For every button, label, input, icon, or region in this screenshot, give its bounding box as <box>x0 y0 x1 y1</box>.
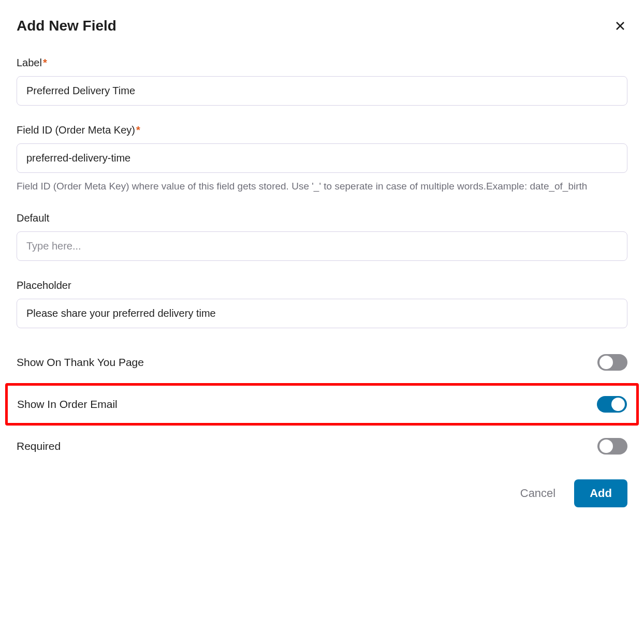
toggle-label-thank-you: Show On Thank You Page <box>17 356 144 369</box>
label-input[interactable] <box>17 76 627 106</box>
close-button[interactable] <box>613 19 627 33</box>
toggle-knob <box>599 440 613 453</box>
field-id-help: Field ID (Order Meta Key) where value of… <box>17 179 627 194</box>
add-button[interactable]: Add <box>574 479 627 507</box>
toggle-label-required: Required <box>17 440 61 452</box>
placeholder-field-label: Placeholder <box>17 280 627 291</box>
required-asterisk: * <box>43 57 47 68</box>
label-text: Field ID (Order Meta Key) <box>17 124 135 136</box>
toggle-knob <box>599 356 613 369</box>
label-text: Label <box>17 57 42 68</box>
highlight-box: Show In Order Email <box>5 383 639 426</box>
default-input[interactable] <box>17 231 627 261</box>
toggle-thank-you[interactable] <box>597 354 627 371</box>
cancel-button[interactable]: Cancel <box>516 481 560 505</box>
close-icon <box>614 20 626 32</box>
toggle-row-thank-you: Show On Thank You Page <box>17 344 627 381</box>
toggle-order-email[interactable] <box>597 396 627 413</box>
label-field-label: Label* <box>17 57 627 69</box>
default-field-label: Default <box>17 212 627 224</box>
required-asterisk: * <box>136 124 140 136</box>
toggle-knob <box>611 398 625 411</box>
toggle-row-required: Required <box>17 428 627 465</box>
field-id-label: Field ID (Order Meta Key)* <box>17 124 627 136</box>
field-id-input[interactable] <box>17 143 627 173</box>
placeholder-input[interactable] <box>17 299 627 328</box>
toggle-label-order-email: Show In Order Email <box>17 398 118 411</box>
modal-title: Add New Field <box>17 18 116 34</box>
toggle-row-order-email: Show In Order Email <box>17 386 627 423</box>
toggle-required[interactable] <box>597 438 627 455</box>
